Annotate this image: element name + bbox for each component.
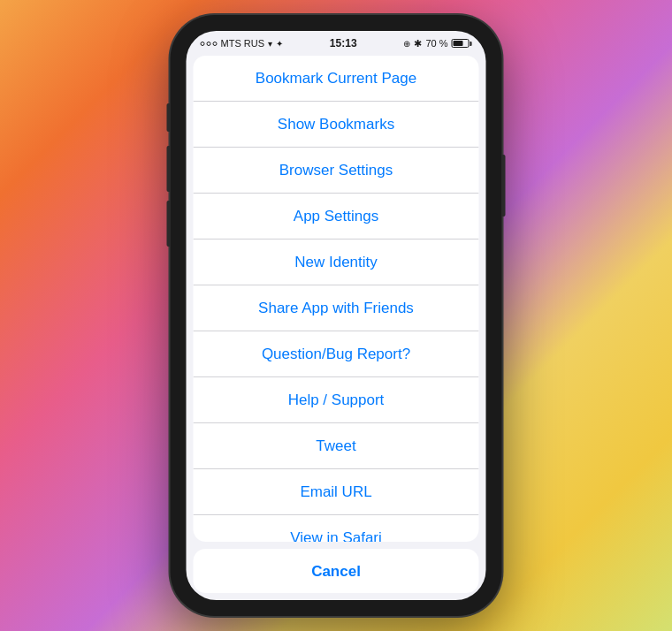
phone-container: MTS RUS ▾ ✦ 15:13 ⊕ ✱ 70 % — [171, 15, 502, 616]
signal-dot-2 — [207, 42, 211, 46]
signal-dot-3 — [213, 42, 218, 46]
power-button — [502, 155, 506, 217]
wifi-icon: ▾ — [268, 39, 272, 49]
cancel-button[interactable]: Cancel — [194, 549, 479, 593]
action-app-settings[interactable]: App Settings — [194, 194, 479, 239]
signal-strength — [201, 42, 218, 46]
status-right: ⊕ ✱ 70 % — [403, 38, 471, 49]
action-email-url[interactable]: Email URL — [194, 469, 479, 515]
carrier-name: MTS RUS — [221, 38, 265, 49]
status-time: 15:13 — [330, 37, 357, 49]
action-browser-settings[interactable]: Browser Settings — [194, 148, 479, 194]
action-sheet-main: Bookmark Current Page Show Bookmarks Bro… — [194, 56, 479, 542]
action-view-safari[interactable]: View in Safari — [194, 515, 479, 542]
action-help-support[interactable]: Help / Support — [194, 377, 479, 423]
status-left: MTS RUS ▾ ✦ — [201, 38, 284, 49]
action-share-app[interactable]: Share App with Friends — [194, 285, 479, 331]
action-show-bookmarks[interactable]: Show Bookmarks — [194, 102, 479, 148]
location-icon: ⊕ — [403, 39, 410, 49]
action-bookmark-current[interactable]: Bookmark Current Page — [194, 56, 479, 102]
mute-button — [167, 103, 171, 132]
bluetooth-icon: ✱ — [414, 38, 422, 49]
volume-up-button — [167, 146, 171, 192]
action-question-bug[interactable]: Question/Bug Report? — [194, 331, 479, 377]
action-tweet[interactable]: Tweet — [194, 423, 479, 469]
action-new-identity[interactable]: New Identity — [194, 239, 479, 285]
battery-tip — [470, 42, 472, 46]
action-sheet-container: Bookmark Current Page Show Bookmarks Bro… — [187, 56, 486, 600]
battery-indicator — [452, 39, 472, 48]
volume-down-button — [167, 201, 171, 247]
battery-body — [452, 39, 470, 48]
status-bar: MTS RUS ▾ ✦ 15:13 ⊕ ✱ 70 % — [187, 31, 486, 56]
battery-percent: 70 % — [425, 38, 447, 49]
action-sheet-cancel: Cancel — [194, 549, 479, 593]
signal-icon: ✦ — [276, 39, 283, 49]
battery-fill — [454, 41, 463, 46]
signal-dot-1 — [201, 42, 205, 46]
phone-screen: MTS RUS ▾ ✦ 15:13 ⊕ ✱ 70 % — [187, 31, 486, 600]
